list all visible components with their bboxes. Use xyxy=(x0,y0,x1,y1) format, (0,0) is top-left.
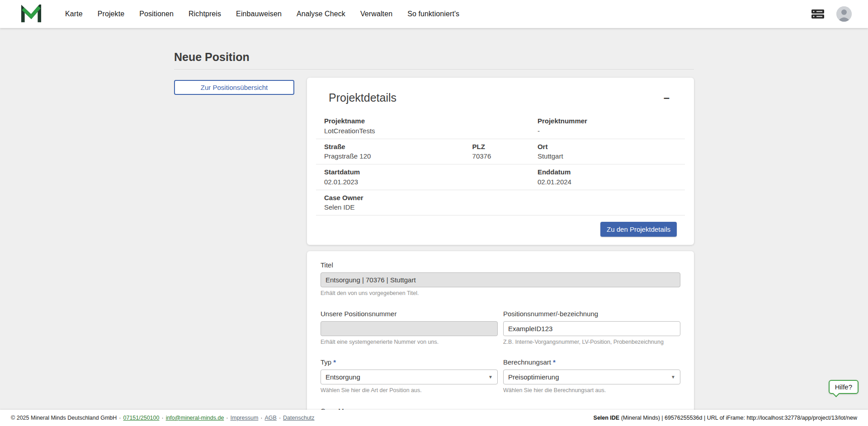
enddatum-value: 02.01.2024 xyxy=(538,178,677,187)
title-divider xyxy=(174,69,694,70)
required-asterisk: * xyxy=(553,358,556,366)
unsere-positionsnummer-helper: Erhält eine systemgenerierte Nummer von … xyxy=(321,339,498,346)
main-navigation: Karte Projekte Positionen Richtpreis Ein… xyxy=(65,10,459,18)
ort-value: Stuttgart xyxy=(538,152,677,161)
projektnummer-value: - xyxy=(538,127,677,136)
berechnungsart-select[interactable]: Preisoptimierung ▼ xyxy=(503,370,680,384)
person-icon xyxy=(836,6,852,22)
project-details-table: Projektname LotCreationTests Projektnumm… xyxy=(316,113,685,215)
project-details-card: Projektdetails – Projektname LotCreation… xyxy=(307,78,694,245)
nav-so-funktionierts[interactable]: So funktioniert's xyxy=(407,10,459,18)
titel-helper: Erhält den von uns vorgegebenen Titel. xyxy=(321,290,680,297)
main-content: Neue Position Zur Positionsübersicht Pro… xyxy=(0,51,868,426)
typ-label: Typ * xyxy=(321,358,498,366)
chevron-down-icon: ▼ xyxy=(488,375,493,379)
session-info: Selen IDE (Mineral Minds) | 69576255536d… xyxy=(594,415,857,421)
copyright-text: © 2025 Mineral Minds Deutschland GmbH xyxy=(11,415,117,421)
nav-karte[interactable]: Karte xyxy=(65,10,83,18)
plz-label: PLZ xyxy=(472,143,538,151)
required-asterisk: * xyxy=(333,358,336,366)
positionsnummer-label: Positionsnummer/-bezeichnung xyxy=(503,310,680,318)
help-button-label: Hilfe? xyxy=(835,383,852,391)
projektname-value: LotCreationTests xyxy=(324,127,538,136)
berechnungsart-helper: Wählen Sie hier die Berechnungsart aus. xyxy=(503,387,680,394)
startdatum-label: Startdatum xyxy=(324,168,538,177)
berechnungsart-select-value: Preisoptimierung xyxy=(508,373,559,381)
footer-datenschutz-link[interactable]: Datenschutz xyxy=(283,415,314,421)
chevron-down-icon: ▼ xyxy=(671,375,675,379)
unsere-positionsnummer-input xyxy=(321,321,498,336)
case-owner-label: Case Owner xyxy=(324,194,538,202)
case-owner-value: Selen IDE xyxy=(324,203,538,212)
position-form-card: Titel Erhält den von uns vorgegebenen Ti… xyxy=(307,251,694,426)
typ-select-value: Entsorgung xyxy=(326,373,360,381)
startdatum-value: 02.01.2023 xyxy=(324,178,538,187)
titel-label: Titel xyxy=(321,261,680,269)
footer: © 2025 Mineral Minds Deutschland GmbH · … xyxy=(0,410,868,426)
typ-select[interactable]: Entsorgung ▼ xyxy=(321,370,498,384)
footer-legal: © 2025 Mineral Minds Deutschland GmbH · … xyxy=(11,415,315,421)
table-row: Projektname LotCreationTests Projektnumm… xyxy=(316,113,685,139)
plz-value: 70376 xyxy=(472,152,538,161)
mineral-minds-logo[interactable] xyxy=(21,5,42,23)
strasse-label: Straße xyxy=(324,143,472,151)
nav-einbauweisen[interactable]: Einbauweisen xyxy=(236,10,282,18)
server-icon[interactable] xyxy=(811,9,825,19)
footer-impressum-link[interactable]: Impressum xyxy=(231,415,259,421)
positionsnummer-helper: Z.B. Interne-Vorgangsnummer, LV-Position… xyxy=(503,339,680,346)
projektnummer-label: Projektnummer xyxy=(538,117,677,126)
enddatum-label: Enddatum xyxy=(538,168,677,177)
table-row: Case Owner Selen IDE xyxy=(316,190,685,216)
footer-email-link[interactable]: info@mineral-minds.de xyxy=(166,415,224,421)
footer-phone-link[interactable]: 07151/250100 xyxy=(123,415,160,421)
projektname-label: Projektname xyxy=(324,117,538,126)
unsere-positionsnummer-label: Unsere Positionsnummer xyxy=(321,310,498,318)
collapse-icon[interactable]: – xyxy=(661,91,672,104)
titel-input xyxy=(321,272,680,287)
nav-richtpreis[interactable]: Richtpreis xyxy=(189,10,221,18)
table-row: Startdatum 02.01.2023 Enddatum 02.01.202… xyxy=(316,164,685,190)
page-title: Neue Position xyxy=(174,51,694,64)
session-user: Selen IDE xyxy=(594,415,620,421)
project-details-button[interactable]: Zu den Projektdetails xyxy=(600,222,677,237)
top-navbar: Karte Projekte Positionen Richtpreis Ein… xyxy=(0,0,868,28)
session-details: (Mineral Minds) | 69576255536d | URL of … xyxy=(619,415,857,421)
positionsnummer-input[interactable] xyxy=(503,321,680,336)
user-avatar[interactable] xyxy=(836,6,852,22)
help-button[interactable]: Hilfe? xyxy=(829,380,859,394)
project-card-title: Projektdetails xyxy=(329,91,396,104)
logo-m-icon xyxy=(21,5,42,23)
nav-positionen[interactable]: Positionen xyxy=(139,10,174,18)
table-row: Straße Pragstraße 120 PLZ 70376 Ort Stut… xyxy=(316,139,685,165)
nav-verwalten[interactable]: Verwalten xyxy=(360,10,392,18)
berechnungsart-label: Berechnungsart * xyxy=(503,358,680,366)
footer-agb-link[interactable]: AGB xyxy=(265,415,277,421)
strasse-value: Pragstraße 120 xyxy=(324,152,472,161)
ort-label: Ort xyxy=(538,143,677,151)
nav-analyse-check[interactable]: Analyse Check xyxy=(297,10,345,18)
back-to-positions-button[interactable]: Zur Positionsübersicht xyxy=(174,80,294,95)
typ-helper: Wählen Sie hier die Art der Position aus… xyxy=(321,387,498,394)
nav-projekte[interactable]: Projekte xyxy=(98,10,125,18)
